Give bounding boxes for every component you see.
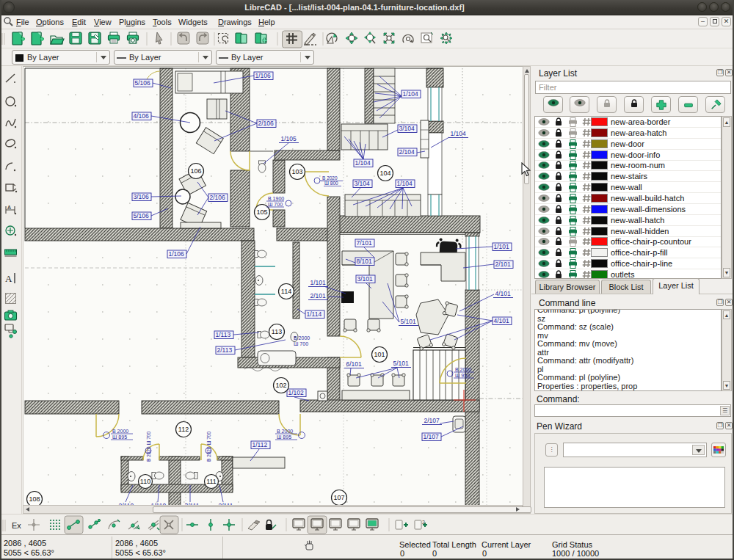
svg-text:1/113: 1/113	[216, 331, 231, 338]
svg-text:1/112: 1/112	[252, 441, 268, 448]
svg-text:Ш 895: Ш 895	[277, 434, 291, 440]
svg-text:111: 111	[206, 478, 217, 485]
svg-text:107: 107	[333, 494, 344, 501]
svg-text:2/106: 2/106	[210, 194, 226, 201]
svg-text:2/101: 2/101	[495, 261, 512, 268]
svg-text:4/106: 4/106	[134, 112, 150, 120]
svg-text:103: 103	[291, 168, 302, 175]
svg-text:2/107: 2/107	[424, 417, 440, 424]
svg-text:1/104: 1/104	[403, 90, 419, 98]
svg-text:B 2000: B 2000	[455, 367, 471, 372]
svg-text:1/101: 1/101	[310, 279, 327, 286]
svg-text:112: 112	[178, 426, 189, 433]
svg-text:B 2020: B 2020	[322, 175, 338, 181]
svg-text:1/106: 1/106	[255, 72, 272, 79]
svg-text:1/107: 1/107	[424, 433, 440, 440]
svg-text:3/104: 3/104	[399, 125, 415, 132]
svg-text:4/101: 4/101	[495, 290, 512, 297]
svg-text:102: 102	[275, 382, 286, 389]
svg-text:B 2020 Ш 700: B 2020 Ш 700	[146, 432, 151, 462]
svg-text:2/113: 2/113	[217, 346, 233, 354]
svg-text:104: 104	[379, 170, 390, 177]
svg-text:7/101: 7/101	[357, 239, 373, 247]
svg-text:108: 108	[29, 495, 40, 503]
svg-text:6/101: 6/101	[346, 360, 363, 368]
svg-text:4/101: 4/101	[494, 317, 510, 324]
svg-text:2/104: 2/104	[399, 148, 415, 156]
svg-text:Ш 895: Ш 895	[112, 434, 127, 440]
svg-text:105: 105	[256, 208, 267, 216]
svg-text:Ex: Ex	[12, 521, 21, 530]
svg-text:Ш 800: Ш 800	[324, 181, 338, 186]
svg-text:1/102: 1/102	[288, 389, 305, 396]
svg-text:5/101: 5/101	[393, 360, 410, 367]
svg-text:A: A	[7, 205, 11, 210]
svg-text:A: A	[5, 273, 12, 284]
svg-text:Ш 700: Ш 700	[294, 341, 308, 346]
svg-text:5/106: 5/106	[135, 79, 151, 87]
svg-text:Ш 700: Ш 700	[268, 202, 283, 207]
svg-text:B 2000: B 2000	[112, 429, 128, 434]
svg-text:1/104: 1/104	[451, 130, 467, 137]
svg-text:113: 113	[272, 328, 282, 335]
svg-text:114: 114	[281, 288, 291, 295]
svg-text:1/105: 1/105	[281, 135, 297, 142]
svg-text:3/106: 3/106	[134, 193, 150, 200]
svg-text:2: 2	[422, 520, 425, 525]
svg-text:Ш 950: Ш 950	[455, 373, 470, 378]
svg-text:8/101: 8/101	[357, 258, 373, 265]
svg-text:2/106: 2/106	[258, 120, 275, 127]
svg-text:B 2000: B 2000	[294, 335, 310, 341]
svg-text:B 1900: B 1900	[268, 196, 284, 201]
svg-text:5/106: 5/106	[134, 212, 150, 219]
svg-text:3/101: 3/101	[357, 275, 374, 283]
svg-text:B 2000: B 2000	[277, 429, 293, 434]
svg-text:2/101: 2/101	[310, 292, 327, 299]
svg-text:B 2020 Ш 700: B 2020 Ш 700	[206, 432, 211, 462]
svg-text:1/101: 1/101	[494, 243, 510, 250]
svg-text:1/114: 1/114	[307, 310, 322, 318]
svg-text:1/104: 1/104	[397, 180, 413, 187]
svg-text:1/104: 1/104	[355, 159, 371, 167]
svg-text:5/101: 5/101	[401, 318, 417, 325]
svg-text:3/104: 3/104	[355, 180, 371, 187]
svg-text:106: 106	[190, 167, 201, 175]
svg-text:101: 101	[374, 351, 385, 358]
svg-text:1/106: 1/106	[169, 250, 185, 258]
svg-text:110: 110	[140, 478, 150, 485]
